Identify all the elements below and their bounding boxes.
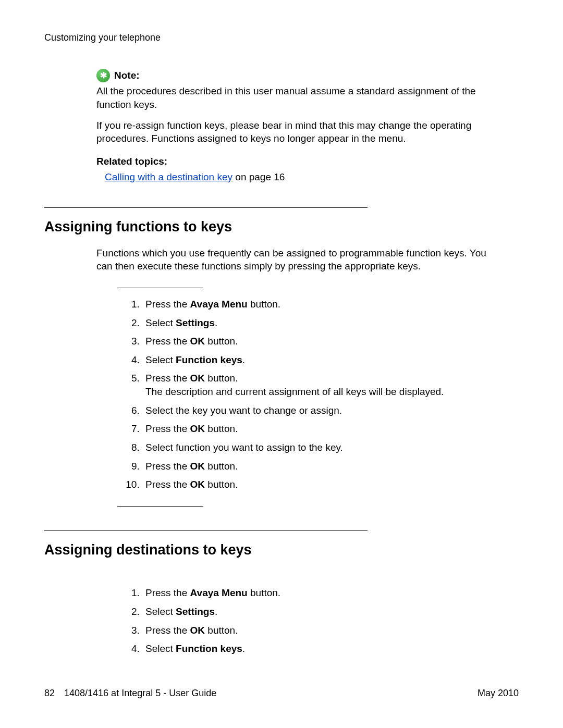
steps-divider-top <box>117 288 203 288</box>
doc-date: May 2010 <box>478 687 519 699</box>
step-bold: OK <box>190 423 205 434</box>
related-topic-suffix: on page 16 <box>232 171 285 182</box>
step-text: Select <box>145 354 176 365</box>
step-bold: Avaya Menu <box>190 587 248 598</box>
step-text: Press the <box>145 587 190 598</box>
steps-divider-bottom <box>117 506 203 507</box>
step-text: Press the <box>145 423 190 434</box>
step: Select Settings. <box>142 605 519 619</box>
step-bold: Function keys <box>176 354 242 365</box>
step-bold: OK <box>190 479 205 490</box>
step-extra: The description and current assignment o… <box>145 385 519 399</box>
step-bold: OK <box>190 625 205 636</box>
step: Select Function keys. <box>142 642 519 656</box>
step-text: . <box>242 643 245 654</box>
step-text: button. <box>205 336 238 347</box>
step-text: Press the <box>145 461 190 472</box>
step-text: button. <box>205 461 238 472</box>
related-topic-item: Calling with a destination key on page 1… <box>105 170 519 184</box>
step: Select the key you want to change or ass… <box>142 404 519 417</box>
related-topics: Related topics: Calling with a destinati… <box>96 155 519 183</box>
section-divider <box>44 207 368 208</box>
steps-list-1: Press the Avaya Menu button. Select Sett… <box>117 298 519 491</box>
step: Select Function keys. <box>142 353 519 367</box>
step-bold: Settings <box>176 317 215 328</box>
step-text: Select <box>145 317 176 328</box>
step-text: Press the <box>145 625 190 636</box>
step-text: . <box>242 354 245 365</box>
step-text: . <box>215 317 217 328</box>
note-icon <box>96 69 110 82</box>
step: Select function you want to assign to th… <box>142 441 519 454</box>
step-text: Select the key you want to change or ass… <box>145 405 342 416</box>
note-heading: Note: <box>96 69 493 82</box>
step: Press the OK button. <box>142 460 519 473</box>
section-divider <box>44 530 368 531</box>
step: Press the OK button. <box>142 422 519 436</box>
note-block: Note: All the procedures described in th… <box>96 69 493 145</box>
step-text: Press the <box>145 299 190 310</box>
step: Press the Avaya Menu button. <box>142 586 519 600</box>
step: Press the Avaya Menu button. <box>142 298 519 311</box>
step-bold: OK <box>190 461 205 472</box>
step-text: Select <box>145 643 176 654</box>
step-bold: OK <box>190 373 205 384</box>
step-text: Select <box>145 606 176 617</box>
step-bold: OK <box>190 336 205 347</box>
steps-list-2: Press the Avaya Menu button. Select Sett… <box>117 586 519 656</box>
step-text: button. <box>205 625 238 636</box>
doc-title: 1408/1416 at Integral 5 - User Guide <box>64 687 216 699</box>
step-bold: Settings <box>176 606 215 617</box>
note-label: Note: <box>114 69 140 82</box>
section-heading-assigning-functions: Assigning functions to keys <box>44 217 519 236</box>
step-text: button. <box>248 587 280 598</box>
step-text: Press the <box>145 336 190 347</box>
note-paragraph-2: If you re-assign function keys, please b… <box>96 119 493 145</box>
step: Press the OK button. <box>142 478 519 491</box>
page-footer: 82 1408/1416 at Integral 5 - User Guide … <box>44 687 519 699</box>
page: Customizing your telephone Note: All the… <box>0 0 563 728</box>
step: Select Settings. <box>142 316 519 330</box>
running-header: Customizing your telephone <box>44 31 519 44</box>
step-text: button. <box>205 479 238 490</box>
step: Press the OK button.The description and … <box>142 372 519 398</box>
step-text: button. <box>248 299 280 310</box>
step-text: Press the <box>145 373 190 384</box>
step-text: button. <box>205 373 238 384</box>
section-heading-assigning-destinations: Assigning destinations to keys <box>44 540 519 559</box>
step-text: . <box>215 606 217 617</box>
step-text: Press the <box>145 479 190 490</box>
step: Press the OK button. <box>142 624 519 637</box>
related-topic-link[interactable]: Calling with a destination key <box>105 171 232 182</box>
step: Press the OK button. <box>142 335 519 348</box>
step-text: button. <box>205 423 238 434</box>
step-text: Select function you want to assign to th… <box>145 442 343 453</box>
section1-intro: Functions which you use frequently can b… <box>96 246 503 273</box>
related-topics-title: Related topics: <box>96 155 519 168</box>
step-bold: Avaya Menu <box>190 299 248 310</box>
note-paragraph-1: All the procedures described in this use… <box>96 84 493 111</box>
page-number: 82 <box>44 687 55 699</box>
step-bold: Function keys <box>176 643 242 654</box>
